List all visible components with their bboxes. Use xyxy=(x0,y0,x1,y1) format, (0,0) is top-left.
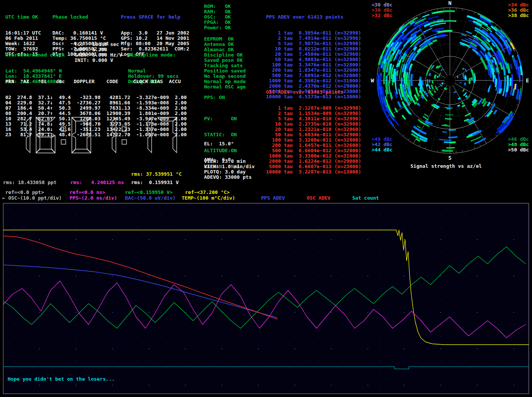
rms-temp: rms: 37.539951 °C xyxy=(131,172,182,177)
status-message: Hope you didn't bet on the losers... xyxy=(8,377,115,382)
dac-ref-label: ref~<0.159950 V> xyxy=(125,190,173,195)
utc-time-line: 16:01:17 UTC xyxy=(5,30,41,36)
satellite-table-header: PRN °AZ °EL dBc DOPPLER CODE CLOCK BIAS … xyxy=(5,79,187,84)
lady-heather-screen: UTC time OK 16:01:17 UTC06 Feb 2011Week:… xyxy=(0,0,532,397)
view-settings-panel: VIEW: 23.0 minVIEW: 1.0 min/divPLOTQ: 3.… xyxy=(204,159,255,180)
clock-digit xyxy=(26,118,30,153)
gps-status-line: Tracking sats xyxy=(204,63,246,68)
pps-mode: PPS: ON xyxy=(204,95,225,100)
pps-adev-legend: PPS ADEV xyxy=(261,195,285,201)
compass-label-n: N xyxy=(448,0,451,6)
gps-status-line: Position saved xyxy=(204,68,246,74)
signal-arcs xyxy=(377,11,522,151)
compass-label-s: S xyxy=(448,155,451,161)
gps-status-line: No leap second xyxy=(204,74,246,79)
osc-scale-label: ← OSC~(10.0 ppt/div) xyxy=(2,195,62,201)
loop-param-line: GAIN:-5.000 Hz/V xyxy=(74,52,122,58)
osc-adev-panel: OSC ADEV over 61413 points 1 tau 2.1287e… xyxy=(266,79,361,185)
temp-ref-label: ref~<37.200 °C> xyxy=(185,190,230,195)
position-mode: Overdetermined clock xyxy=(5,52,65,58)
clock-digit xyxy=(36,117,55,153)
gps-status-line: Normal op mode xyxy=(204,79,246,84)
clock-digit xyxy=(72,117,91,153)
gps-status-line: Discipline OK xyxy=(204,52,246,58)
hardware-status-line: RAM: OK xyxy=(204,9,231,14)
hardware-status-line: OSC: OK xyxy=(204,14,231,20)
clock-colon xyxy=(122,127,127,144)
clock-digit xyxy=(158,117,177,153)
rms-pps: rms: 4.240125 ns xyxy=(70,180,124,185)
hardware-status-line: Power: OK xyxy=(204,25,231,30)
phase-line: DAC: 0.160141 V xyxy=(52,30,109,36)
clock-digit xyxy=(148,118,152,153)
view-setting-line: PLOTQ: 3.0 day xyxy=(204,169,255,175)
temp-scale-label: TEMP~(100 m°C/div) xyxy=(182,195,235,201)
rms-dac: rms: 0.159931 V xyxy=(131,180,179,185)
view-setting-line: VIEW: 23.0 min xyxy=(204,159,255,164)
pv-flag: PV: ON xyxy=(204,116,240,121)
pps-adev-title: PPS ADEV over 61413 points xyxy=(266,14,361,20)
dac-scale-label: DAC~(50.0 uV/div) xyxy=(125,195,176,201)
version-line: App: 3.0 27 Jun 2002 xyxy=(121,30,189,36)
hardware-status-line: ROM: OK xyxy=(204,4,231,9)
hardware-status-line: FPGA: OK xyxy=(204,20,231,25)
polar-caption: Signal strength vs az/el xyxy=(410,164,482,169)
osc-ref-label: ref=<0.0 ppt> xyxy=(5,190,44,195)
pps-ref-label: ref=<0.0 ns> xyxy=(70,190,105,195)
phase-status: Phase locked xyxy=(52,14,109,20)
osc-adev-legend: OSC ADEV xyxy=(307,195,331,201)
gps-status-line: Saved posn OK xyxy=(204,58,246,63)
view-setting-line: VIEW: 1.0 min/div xyxy=(204,164,255,169)
strip-chart-canvas[interactable] xyxy=(3,203,529,394)
satellite-polar-map: NSEW xyxy=(370,0,531,161)
sat-count-legend: Sat count xyxy=(352,195,379,201)
help-hint: Press SPACE for help xyxy=(121,14,189,20)
discipline-title: Discipline mode: xyxy=(128,52,179,58)
version-line: GPS: 10.2 14 Nov 2001 xyxy=(121,36,189,41)
utc-time-status: UTC time OK xyxy=(5,14,41,20)
compass-label-w: W xyxy=(371,77,374,83)
gps-status-line: EEPROM OK xyxy=(204,36,246,42)
pps-scale-label: PPS~(2.0 ns/div) xyxy=(70,195,117,201)
hardware-status-panel: ROM: OKRAM: OKOSC: OKFPGA: OKPower: OK xyxy=(204,4,231,30)
big-clock xyxy=(11,117,182,154)
gps-status-line: Normal OSC age xyxy=(204,84,246,90)
elevation-mask: EL: 15.0° xyxy=(204,141,234,147)
compass-label-e: E xyxy=(526,77,529,83)
gps-status-panel: EEPROM OKAntenna OKAlmanac OKDiscipline … xyxy=(204,36,246,90)
rms-osc: rms: 18.433058 ppt xyxy=(3,180,57,185)
clock-colon xyxy=(61,127,66,144)
gps-status-line: Almanac OK xyxy=(204,47,246,52)
clock-digit xyxy=(112,118,116,153)
utc-time-line: 06 Feb 2011 xyxy=(5,36,41,41)
osc-adev-rows: 1 tau 2.1287e-009 (n=32998) 2 tau 1.1534… xyxy=(266,106,361,175)
loop-param-line: DAMP: 1.200 xyxy=(74,47,122,52)
loop-param-line: TC: 100.0 sec xyxy=(74,42,122,47)
gps-status-line: Antenna OK xyxy=(204,42,246,47)
view-setting-line: ADEVQ: 33000 pts xyxy=(204,175,255,180)
loop-params-panel: TC: 100.0 secDAMP: 1.200GAIN:-5.000 Hz/V… xyxy=(74,42,122,63)
osc-adev-title: OSC ADEV over 61413 points xyxy=(266,90,361,95)
loop-param-line: INIT: 0.000 V xyxy=(74,58,122,63)
phase-line: Temp: 36.750015 °C xyxy=(52,36,109,41)
